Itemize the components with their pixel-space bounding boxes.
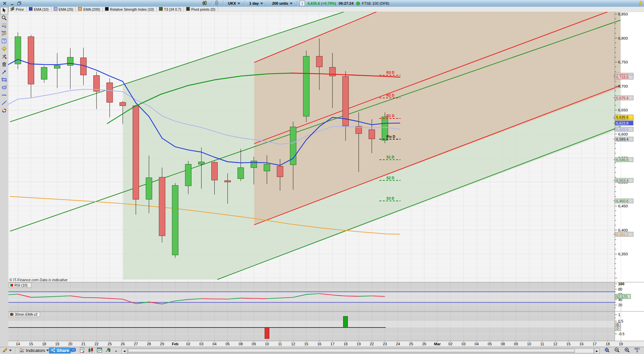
- svg-text:6,675.4: 6,675.4: [616, 96, 629, 100]
- news-button[interactable]: [77, 348, 87, 353]
- svg-text:6,700: 6,700: [618, 84, 628, 88]
- legend-item-ema-25[interactable]: EMA (25): [51, 7, 76, 12]
- legend-item-ema-10[interactable]: EMA (10): [26, 7, 51, 12]
- restore-window-button[interactable]: [17, 1, 22, 6]
- svg-text:18: 18: [343, 342, 347, 346]
- zoom-fit-icon: [604, 347, 610, 354]
- legend-label: Price: [16, 7, 24, 11]
- link-icon[interactable]: [214, 0, 219, 6]
- legend-swatch: [186, 7, 190, 11]
- axis-tag-6460.6: 6,460.6: [613, 199, 633, 203]
- legend-label: EMA (10): [34, 7, 49, 11]
- svg-text:6,503.4: 6,503.4: [616, 179, 629, 183]
- svg-text:10: 10: [265, 342, 269, 346]
- svg-text:6,622.8: 6,622.8: [616, 121, 629, 125]
- panel-collapse-button[interactable]: [633, 348, 642, 353]
- chart-settings-icon: [105, 347, 111, 354]
- quote-time: 06:27:24: [339, 1, 354, 5]
- news-icon: [79, 347, 85, 354]
- legend-label: Relative Strength Index (10): [110, 7, 154, 11]
- svg-text:100: 100: [618, 282, 624, 286]
- chat-button[interactable]: [69, 348, 78, 353]
- candle-14: [15, 32, 21, 69]
- share-icon: [51, 348, 56, 354]
- legend-item-relative-strength-index-10[interactable]: Relative Strength Index (10): [103, 7, 157, 12]
- scroll-left-button[interactable]: ◀: [121, 348, 127, 354]
- svg-text:28: 28: [147, 342, 151, 346]
- svg-text:19: 19: [357, 342, 361, 346]
- minimize-window-button[interactable]: [9, 1, 14, 6]
- svg-text:25: 25: [108, 342, 112, 346]
- candle-15: [303, 51, 309, 122]
- zoom-in-button[interactable]: [623, 348, 632, 353]
- lightning-icon[interactable]: [638, 1, 643, 7]
- info-button[interactable]: i: [300, 1, 305, 6]
- svg-text:6,391.2: 6,391.2: [616, 233, 629, 237]
- collapse-toolbar-button[interactable]: «: [113, 348, 119, 354]
- candles-button[interactable]: [86, 348, 95, 353]
- svg-text:26: 26: [422, 342, 426, 346]
- svg-text:15: 15: [304, 342, 308, 346]
- svg-text:6,800: 6,800: [618, 36, 628, 40]
- legend-swatch: [11, 7, 14, 11]
- svg-text:6,718.6: 6,718.6: [616, 75, 629, 79]
- svg-text:19: 19: [619, 342, 623, 346]
- bottom-toolbar: Indicators Share « ◀ ▶: [0, 347, 644, 354]
- zoom-fit-button[interactable]: [602, 348, 611, 353]
- window-buttons: [2, 1, 22, 6]
- share-button[interactable]: Share: [49, 348, 71, 353]
- svg-text:0: 0: [616, 326, 619, 331]
- indicators-button[interactable]: Indicators: [17, 348, 51, 353]
- svg-text:6,650: 6,650: [618, 108, 628, 112]
- legend-item-ema-200[interactable]: EMA (200): [76, 7, 103, 12]
- legend-label: EMA (25): [59, 7, 73, 11]
- legend-item-pivot-points-d[interactable]: Pivot points (D): [184, 7, 218, 12]
- chart-window-button[interactable]: [95, 348, 104, 353]
- svg-text:6,635.6: 6,635.6: [616, 115, 629, 119]
- svg-text:03: 03: [462, 342, 466, 346]
- horizontal-scrollbar[interactable]: [127, 348, 594, 353]
- zoom-in-icon: [624, 347, 630, 354]
- svg-text:S3 D: S3 D: [386, 196, 394, 200]
- svg-text:18: 18: [606, 342, 610, 346]
- svg-text:-0.5: -0.5: [618, 332, 625, 336]
- zoom-out-button[interactable]: [612, 348, 622, 353]
- legend-swatch: [54, 7, 57, 11]
- legend-item-t3-34-0-7[interactable]: T3 (34 0.7): [157, 7, 184, 12]
- axis-tag-6609.9: 6,609.9: [613, 127, 633, 132]
- svg-text:15: 15: [567, 342, 571, 346]
- chart-style-icon[interactable]: [202, 0, 207, 6]
- svg-text:S1 D: S1 D: [386, 155, 394, 159]
- svg-text:21: 21: [82, 342, 86, 346]
- timeframe-dropdown[interactable]: 1 day: [247, 1, 265, 6]
- legend-item-price[interactable]: Price: [8, 7, 26, 12]
- symbol-dropdown[interactable]: UKX: [226, 1, 242, 6]
- legend-label: EMA (200): [83, 7, 100, 11]
- svg-text:11: 11: [278, 342, 282, 346]
- svg-text:08: 08: [501, 342, 505, 346]
- svg-text:09: 09: [252, 342, 256, 346]
- legend-label: Pivot points (D): [191, 7, 215, 11]
- svg-text:02: 02: [186, 342, 190, 346]
- candles-icon: [88, 347, 94, 354]
- draw-button[interactable]: [1, 348, 13, 353]
- svg-text:RSI (10): RSI (10): [14, 283, 28, 287]
- svg-text:04: 04: [475, 342, 479, 346]
- svg-text:6,589.4: 6,589.4: [616, 137, 629, 141]
- pencil-icon: [2, 347, 8, 354]
- chart-settings-button[interactable]: [104, 348, 113, 353]
- svg-text:6,400: 6,400: [618, 228, 628, 232]
- trading-app-window: UKX 1 day 200 units i 6,635.6 (+0.70%) 0…: [0, 0, 644, 354]
- scrollbar-thumb[interactable]: [128, 349, 575, 353]
- candle-01: [172, 183, 178, 258]
- close-window-button[interactable]: [2, 1, 7, 6]
- units-dropdown[interactable]: 200 units: [270, 1, 294, 6]
- svg-text:22: 22: [370, 342, 374, 346]
- svg-text:6,450: 6,450: [618, 204, 628, 208]
- svg-text:29: 29: [160, 342, 164, 346]
- rsi-legend: RSI (10): [9, 283, 31, 288]
- scroll-right-button[interactable]: ▶: [594, 348, 600, 354]
- axis-tag-6635.6: 6,635.6: [613, 115, 633, 119]
- svg-text:23: 23: [383, 342, 387, 346]
- svg-text:6,850: 6,850: [618, 12, 628, 16]
